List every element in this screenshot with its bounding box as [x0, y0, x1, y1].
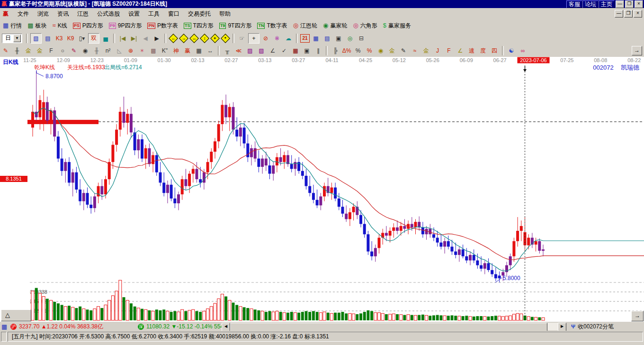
shen-grid-tool[interactable]: 神 — [171, 46, 181, 55]
ray-fan-tool[interactable]: ≪ — [233, 46, 244, 55]
net-disk-button[interactable]: ◎ — [345, 34, 355, 43]
infinity-tool[interactable]: ∞ — [518, 46, 528, 55]
t9-square-button[interactable]: T99T四方形 — [216, 20, 255, 31]
kline-chart[interactable]: 11-2512-0912-2301-0901-3002-1302-2703-13… — [0, 57, 644, 321]
gold-levels-tool[interactable]: 金 — [387, 46, 397, 55]
menu-file[interactable]: 文件 — [13, 9, 33, 19]
quotes-button[interactable]: ▦行情 — [0, 20, 25, 31]
child-minimize-button[interactable]: — — [615, 10, 623, 18]
scroll-left-button[interactable]: ◀ — [222, 323, 230, 331]
winner-service-button[interactable]: $赢家服务 — [380, 20, 414, 31]
menu-settings[interactable]: 设置 — [124, 9, 144, 19]
homepage-button[interactable]: 主页 — [599, 0, 615, 8]
zoom-in-diamond-button[interactable]: + — [210, 34, 220, 43]
dual-kline-toggle[interactable]: 双 — [88, 33, 99, 44]
zoom-out-button[interactable]: ⊘ — [260, 34, 271, 43]
ying-grid-tool[interactable]: 赢 — [182, 46, 193, 55]
four-angle-tool[interactable]: 四 — [489, 46, 500, 55]
price-bars-tool[interactable]: ╫ — [91, 46, 102, 55]
menu-gann[interactable]: 江恩 — [73, 9, 93, 19]
chart-right-arrow-button[interactable]: → — [631, 311, 644, 321]
menu-help[interactable]: 帮助 — [215, 9, 235, 19]
kline-3-button[interactable]: K3 — [54, 34, 64, 43]
kline-9-button[interactable]: K9 — [65, 34, 76, 43]
fan-square-tool[interactable]: ▧ — [256, 46, 267, 55]
color-volume-button[interactable]: ▅ — [100, 34, 111, 43]
gold-price-grid-tool[interactable]: 金 — [35, 46, 45, 55]
toolbar-overflow-button[interactable]: → — [632, 46, 642, 55]
market-grid-icon[interactable]: ▦ — [1, 322, 7, 331]
alert-corner-button[interactable]: △ — [1, 309, 31, 321]
zoom-full-diamond-button[interactable]: * — [221, 34, 230, 43]
zoom-vertical-diamond-button[interactable]: ↕ — [200, 34, 209, 43]
calculator-button[interactable]: ▦ — [311, 34, 321, 43]
p9-square-button[interactable]: P99P四方形 — [106, 20, 145, 31]
calendar-button[interactable]: 21 — [300, 34, 310, 43]
spider-web-tool[interactable]: ▩ — [148, 46, 159, 55]
chevron-down-icon[interactable]: ▼ — [13, 35, 21, 42]
winner-wheel-button[interactable]: ◉赢家轮 — [320, 20, 350, 31]
dense-grid-tool[interactable]: ▦ — [290, 46, 301, 55]
check-lines-tool[interactable]: ✓ — [279, 46, 289, 55]
angle-brush-tool[interactable]: ✎ — [69, 46, 79, 55]
cloud-map-button[interactable]: ☁ — [283, 34, 294, 43]
close-button[interactable]: × — [635, 0, 643, 8]
n-square-tool[interactable]: n² — [103, 46, 113, 55]
menu-browse[interactable]: 浏览 — [33, 9, 53, 19]
period-combo[interactable]: 日▼ — [2, 34, 22, 43]
zoom-horizontal-diamond-button[interactable]: ↔ — [189, 34, 199, 43]
scroll-right-button[interactable]: ▶ — [558, 323, 566, 331]
last-page-button[interactable]: ▶| — [129, 34, 139, 43]
price-scale-tool[interactable]: ╠ — [330, 46, 340, 55]
child-close-button[interactable]: × — [634, 10, 642, 18]
shrink-left-diamond-button[interactable]: ← — [169, 34, 178, 43]
gold-angle-tool[interactable]: ∠ — [455, 46, 465, 55]
notepad-button[interactable]: ▤ — [322, 34, 332, 43]
circle-cross-tool[interactable]: ⊕ — [125, 46, 136, 55]
taichi-tool[interactable]: ☯ — [506, 46, 517, 55]
gann-wheel-button[interactable]: ◎江恩轮 — [290, 20, 320, 31]
flower-mark-button[interactable]: ※ — [272, 34, 282, 43]
fan-box-tool[interactable]: ▨ — [245, 46, 255, 55]
degree-line-tool[interactable]: 度 — [478, 46, 488, 55]
sectors-button[interactable]: ▩板块 — [25, 20, 49, 31]
protractor-tool[interactable]: ◺ — [114, 46, 125, 55]
pn-table-button[interactable]: PNP数字表 — [144, 20, 181, 31]
menu-news[interactable]: 资讯 — [53, 9, 73, 19]
ps-square-button[interactable]: PSP四方形 — [70, 20, 106, 31]
corner-grid-tool[interactable]: ▣ — [302, 46, 312, 55]
candle-style-combo[interactable]: ▯▾ — [77, 34, 87, 43]
print-button[interactable]: ⊟ — [356, 34, 367, 43]
prev-page-button[interactable]: ◀ — [140, 34, 151, 43]
f-line-tool[interactable]: F — [444, 46, 454, 55]
f-price-grid-tool[interactable]: F — [46, 46, 56, 55]
trend-angle-tool[interactable]: ∠ — [268, 46, 278, 55]
support-button[interactable]: 客服 — [566, 0, 582, 8]
shrink-right-diamond-button[interactable]: → — [179, 34, 188, 43]
scroll-thumb[interactable] — [230, 323, 547, 331]
stock-info-button[interactable]: ▤ — [43, 34, 53, 43]
restore-button[interactable]: ❐ — [625, 0, 634, 8]
gold-circle-tool[interactable]: ◉ — [376, 46, 386, 55]
menu-trade[interactable]: 交易委托 — [184, 9, 215, 19]
speed-line-tool[interactable]: 速 — [466, 46, 477, 55]
menu-window[interactable]: 窗口 — [164, 9, 184, 19]
number-grid-tool[interactable]: ▦ — [194, 46, 204, 55]
yinyang-kline-toggle[interactable]: ▧ — [30, 33, 42, 44]
kline-button[interactable]: ≈K线 — [50, 20, 70, 31]
gann-pencil-tool[interactable]: ✎ — [0, 46, 11, 55]
tn-table-button[interactable]: TNT数字表 — [254, 20, 290, 31]
gold-percent-tool[interactable]: % — [364, 46, 375, 55]
star-rays-tool[interactable]: ✶ — [137, 46, 147, 55]
pan-hand-button[interactable]: ☞ — [237, 34, 247, 43]
first-page-button[interactable]: |◀ — [117, 34, 128, 43]
time-target-tool[interactable]: ◉ — [80, 46, 90, 55]
menu-tools[interactable]: 工具 — [144, 9, 164, 19]
wave-lines-tool[interactable]: ≈ — [410, 46, 420, 55]
child-restore-button[interactable]: ❐ — [624, 10, 633, 18]
hexagon-button[interactable]: ◎六角形 — [350, 20, 380, 31]
ts-square-button[interactable]: TST四方形 — [181, 20, 216, 31]
menu-formula-pick[interactable]: 公式选股 — [93, 9, 124, 19]
price-ruler-tool[interactable]: ╫ — [12, 46, 22, 55]
pillar-gate-tool[interactable]: ╥ — [222, 46, 233, 55]
